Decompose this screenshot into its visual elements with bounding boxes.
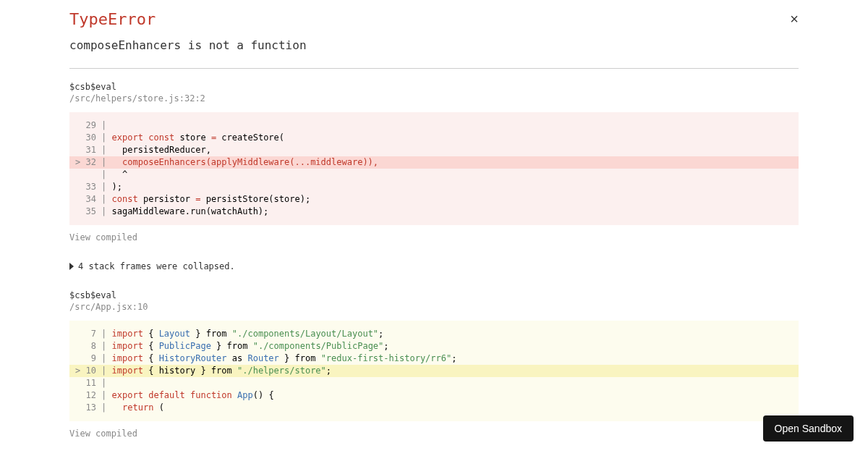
close-icon[interactable]: ×: [790, 10, 799, 28]
code-block: 7 | import { Layout } from "./components…: [69, 321, 799, 421]
frame-function: $csb$eval: [69, 290, 799, 300]
frame-location: /src/helpers/store.js:32:2: [69, 93, 799, 104]
view-compiled-link[interactable]: View compiled: [69, 428, 799, 439]
divider: [69, 68, 799, 69]
collapsed-frames-toggle[interactable]: 4 stack frames were collapsed.: [69, 261, 799, 271]
chevron-right-icon: [69, 263, 74, 270]
frame-function: $csb$eval: [69, 82, 799, 92]
code-block: 29 | 30 | export const store = createSto…: [69, 112, 799, 225]
error-message: composeEnhancers is not a function: [69, 38, 799, 52]
collapsed-frames-text: 4 stack frames were collapsed.: [78, 261, 235, 271]
view-compiled-link[interactable]: View compiled: [69, 232, 799, 242]
error-type: TypeError: [69, 10, 156, 28]
frame-location: /src/App.jsx:10: [69, 302, 799, 312]
open-sandbox-button[interactable]: Open Sandbox: [763, 415, 854, 442]
